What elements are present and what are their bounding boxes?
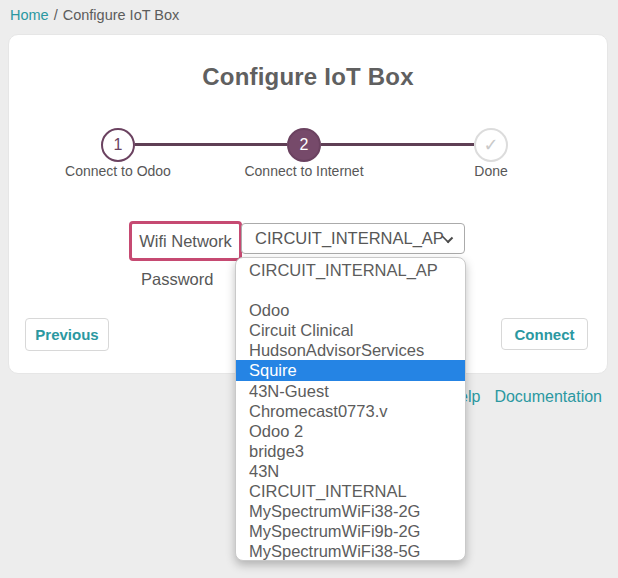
wifi-option[interactable]: 43N	[236, 461, 465, 481]
step-2-label: Connect to Internet	[214, 163, 394, 179]
wifi-option[interactable]: Circuit Clinical	[236, 320, 465, 340]
wifi-option[interactable]: Odoo 2	[236, 421, 465, 441]
wifi-option[interactable]: bridge3	[236, 441, 465, 461]
wifi-option[interactable]: Chromecast0773.v	[236, 401, 465, 421]
wifi-option[interactable]: HudsonAdvisorServices	[236, 340, 465, 360]
stepper-connector-1	[135, 143, 287, 146]
step-2-circle: 2	[287, 128, 321, 162]
documentation-link[interactable]: Documentation	[494, 388, 602, 406]
wifi-dropdown-list: CIRCUIT_INTERNAL_AP Odoo Circuit Clinica…	[235, 257, 466, 561]
stepper: 1 2 ✓ Connect to Odoo Connect to Interne…	[9, 35, 607, 185]
footer-links: Help Documentation	[447, 388, 602, 406]
breadcrumb-current: Configure IoT Box	[63, 7, 180, 23]
wifi-option[interactable]: MySpectrumWiFi38-5G	[236, 541, 465, 561]
wifi-option[interactable]: CIRCUIT_INTERNAL_AP	[236, 260, 465, 280]
connect-button[interactable]: Connect	[501, 318, 588, 350]
breadcrumb: Home/Configure IoT Box	[10, 7, 179, 23]
wifi-selected-value: CIRCUIT_INTERNAL_AP	[255, 229, 444, 247]
done-check-icon: ✓	[483, 134, 498, 156]
step-3-label: Done	[401, 163, 581, 179]
wifi-option[interactable]	[236, 280, 465, 300]
previous-button[interactable]: Previous	[25, 318, 109, 351]
step-1-label: Connect to Odoo	[28, 163, 208, 179]
wifi-label-annotation-box: Wifi Network	[129, 221, 242, 261]
wifi-option[interactable]: MySpectrumWiFi38-2G	[236, 501, 465, 521]
password-label: Password	[141, 270, 213, 289]
wifi-option[interactable]: MySpectrumWiFi9b-2G	[236, 521, 465, 541]
breadcrumb-home-link[interactable]: Home	[10, 7, 49, 23]
wifi-network-label: Wifi Network	[139, 232, 232, 251]
wifi-option[interactable]: CIRCUIT_INTERNAL	[236, 481, 465, 501]
wifi-option[interactable]: Odoo	[236, 300, 465, 320]
wifi-option[interactable]: 43N-Guest	[236, 381, 465, 401]
step-1-circle: 1	[101, 128, 135, 162]
step-3-circle: ✓	[474, 128, 508, 162]
step-2-number: 2	[300, 136, 309, 154]
wifi-network-select[interactable]: CIRCUIT_INTERNAL_AP	[241, 223, 465, 254]
step-1-number: 1	[114, 136, 123, 154]
wifi-option-highlighted[interactable]: Squire	[236, 360, 465, 380]
breadcrumb-separator: /	[54, 7, 58, 23]
stepper-connector-2	[321, 143, 474, 146]
